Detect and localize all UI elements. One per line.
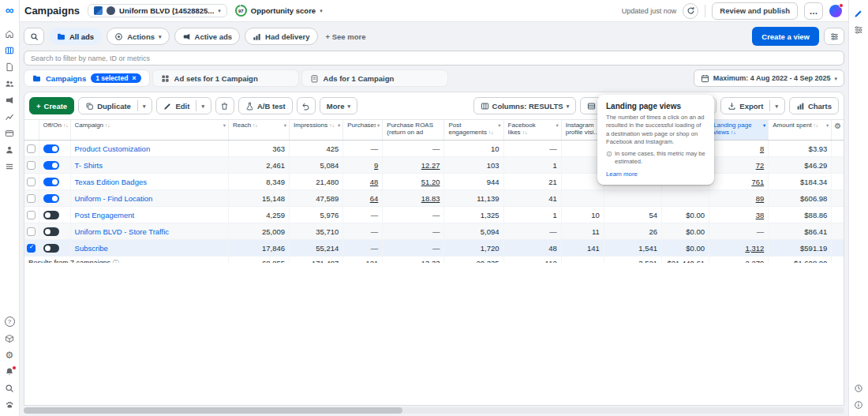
more-tools-icon[interactable] — [5, 162, 14, 171]
clear-selection-icon[interactable]: × — [132, 75, 136, 82]
campaign-toggle[interactable] — [43, 244, 59, 253]
cell-roas[interactable]: 51.20 — [383, 174, 444, 190]
col-purchase-roas[interactable]: Purchase ROAS (return on ad spend...↑↓ — [383, 120, 444, 141]
create-view-button[interactable]: Create a view — [752, 27, 819, 46]
duplicate-menu-caret[interactable]: ▾ — [137, 100, 146, 111]
filter-all-ads[interactable]: All ads — [49, 28, 102, 45]
campaign-link[interactable]: T- Shirts — [75, 161, 103, 170]
cell-purchases[interactable]: 48 — [343, 174, 383, 190]
chevron-down-icon[interactable]: ▾ — [556, 122, 558, 129]
search-input[interactable] — [24, 51, 844, 66]
inbox-icon[interactable] — [5, 334, 14, 343]
search-filter-button[interactable] — [24, 28, 44, 45]
cell-purchases[interactable]: 9 — [343, 157, 383, 174]
campaigns-nav-icon[interactable] — [5, 46, 14, 55]
duplicate-button[interactable]: Duplicate▾ — [78, 97, 152, 114]
campaign-toggle[interactable] — [43, 161, 59, 170]
table-row[interactable]: Uniform - Find Location 15,148 47,589 64… — [24, 190, 844, 207]
more-options-button[interactable]: … — [804, 2, 823, 20]
horizontal-scrollbar[interactable] — [24, 407, 844, 414]
chevron-down-icon[interactable]: ▾ — [223, 122, 226, 129]
tab-ad-sets[interactable]: Ad sets for 1 Campaign — [152, 69, 299, 87]
campaign-toggle[interactable] — [43, 211, 59, 219]
ab-test-button[interactable]: A/B test — [238, 97, 293, 114]
row-checkbox[interactable] — [27, 161, 36, 170]
row-checkbox[interactable] — [27, 211, 36, 219]
campaign-link[interactable]: Uniform BLVD - Store Traffic — [75, 227, 170, 236]
history-clock-icon[interactable] — [854, 384, 863, 393]
row-checkbox[interactable] — [27, 244, 36, 253]
filter-actions[interactable]: Actions▾ — [107, 28, 169, 45]
col-impressions[interactable]: ▾Impressions↑↓ — [290, 120, 343, 141]
col-facebook-likes[interactable]: ▾Facebook likes↑↓ — [503, 120, 561, 141]
export-button[interactable]: Export▾ — [720, 97, 785, 114]
row-checkbox[interactable] — [27, 144, 36, 153]
campaign-toggle[interactable] — [43, 178, 59, 186]
chevron-down-icon[interactable]: ▾ — [338, 122, 340, 129]
create-button[interactable]: +Create — [29, 97, 74, 114]
table-row[interactable]: Subscribe 17,846 55,214 — — 1,720 48 141… — [24, 240, 844, 257]
chevron-down-icon[interactable]: ▾ — [826, 122, 829, 129]
cell-landing-page-views[interactable]: 761 — [709, 174, 769, 190]
tab-ads[interactable]: Ads for 1 Campaign — [301, 69, 448, 87]
cell-landing-page-views[interactable]: 38 — [709, 207, 769, 223]
home-icon[interactable] — [5, 29, 14, 39]
pet-icon[interactable] — [5, 400, 14, 410]
col-campaign[interactable]: ▾Campaign↑↓ — [70, 120, 228, 141]
date-range-picker[interactable]: Maximum: 4 Aug 2022 - 4 Sep 2025 ▾ — [694, 69, 844, 87]
audiences-icon[interactable] — [5, 79, 14, 88]
cell-landing-page-views[interactable]: 1,312 — [709, 240, 769, 257]
campaign-link[interactable]: Uniform - Find Location — [75, 194, 153, 203]
help-icon[interactable]: ? — [5, 317, 15, 327]
refresh-button[interactable] — [683, 3, 698, 19]
learn-more-link[interactable]: Learn more — [606, 171, 638, 178]
export-menu-caret[interactable]: ▾ — [769, 100, 778, 111]
cell-landing-page-views[interactable]: 8 — [709, 141, 769, 157]
ads-icon[interactable] — [5, 96, 14, 105]
account-icon[interactable] — [5, 145, 14, 155]
table-row[interactable]: Product Customization 363 425 — — 10 — — [24, 141, 844, 157]
cell-roas[interactable]: 18.83 — [383, 190, 444, 207]
scrollbar-thumb[interactable] — [24, 407, 402, 414]
campaign-toggle[interactable] — [43, 144, 59, 153]
more-actions-button[interactable]: More▾ — [320, 97, 357, 114]
col-amount-spent[interactable]: ▾Amount spent↑↓ — [769, 120, 832, 141]
filter-active-ads[interactable]: Active ads — [174, 28, 241, 45]
chevron-down-icon[interactable]: ▾ — [498, 122, 500, 129]
undo-button[interactable] — [297, 97, 316, 114]
campaign-link[interactable]: Texas Edition Badges — [75, 178, 147, 186]
edit-menu-caret[interactable]: ▾ — [196, 100, 204, 111]
chevron-down-icon[interactable]: ▾ — [284, 122, 286, 129]
info-circle-icon[interactable] — [854, 400, 863, 410]
campaign-link[interactable]: Subscribe — [75, 244, 108, 253]
table-row[interactable]: Post Engagement 4,259 5,976 — — 1,325 1 … — [24, 207, 844, 223]
meta-logo-icon[interactable]: ∞ — [6, 4, 14, 16]
review-publish-button[interactable]: Review and publish — [712, 2, 798, 20]
filter-had-delivery[interactable]: Had delivery — [245, 28, 318, 45]
col-landing-page-views[interactable]: ▾Landing page views↑↓ — [709, 120, 769, 141]
see-more-filters-button[interactable]: + See more — [323, 32, 369, 41]
campaign-toggle[interactable] — [43, 227, 59, 236]
col-reach[interactable]: ▾Reach↑↓ — [228, 120, 289, 141]
search-nav-icon[interactable] — [5, 384, 14, 393]
cell-roas[interactable]: 12.27 — [383, 157, 444, 174]
notifications-bell-icon[interactable] — [5, 367, 14, 377]
tab-campaigns[interactable]: Campaigns 1 selected× — [24, 69, 150, 87]
profile-avatar[interactable] — [829, 5, 842, 17]
columns-button[interactable]: Columns: RESULTS▾ — [473, 97, 577, 114]
row-checkbox[interactable] — [27, 227, 36, 236]
campaign-link[interactable]: Product Customization — [75, 144, 151, 153]
edit-button[interactable]: Edit▾ — [156, 97, 211, 114]
table-row[interactable]: Texas Edition Badges 8,349 21,480 48 51.… — [24, 174, 844, 190]
account-selector[interactable]: Uniform BLVD (14528825... ▾ — [88, 4, 227, 17]
campaign-link[interactable]: Post Engagement — [75, 211, 135, 219]
select-all-checkbox-cell[interactable] — [24, 120, 39, 141]
edit-pencil-icon[interactable] — [854, 9, 863, 18]
adjust-sliders-icon[interactable] — [854, 25, 863, 35]
col-off-on[interactable]: Off/On↑↓ — [39, 120, 70, 141]
row-checkbox[interactable] — [27, 194, 36, 203]
row-checkbox[interactable] — [27, 178, 36, 186]
cell-landing-page-views[interactable]: 72 — [709, 157, 769, 174]
ads-reporting-icon[interactable] — [5, 62, 14, 72]
cell-landing-page-views[interactable]: 89 — [709, 190, 769, 207]
